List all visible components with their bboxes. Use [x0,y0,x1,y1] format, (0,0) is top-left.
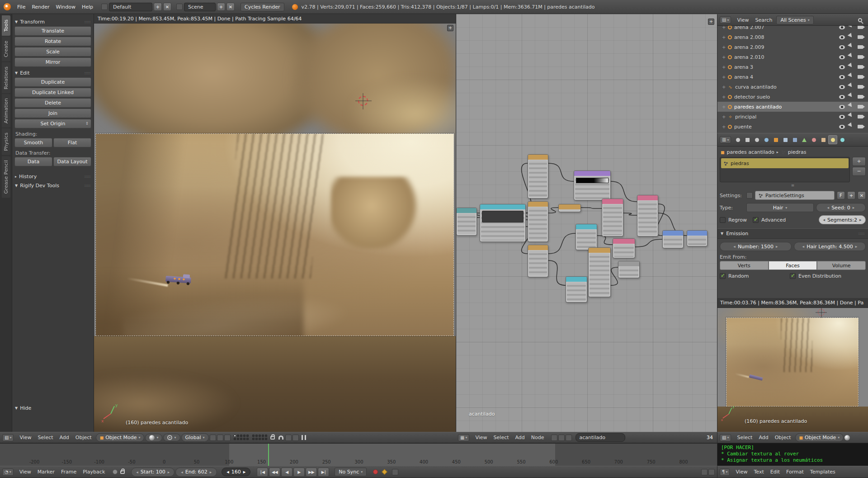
play-reverse-button[interactable]: ◀ [281,468,292,477]
seed-stepper[interactable]: ◂ Seed: 0 ▸ [816,203,866,212]
outliner-item-paredes-acantilado[interactable]: +paredes acantilado [717,102,868,112]
snap-icon[interactable] [566,435,572,441]
viewport-editor-type-button[interactable]: ▧ ▾ [2,434,14,441]
shading-sphere-icon[interactable] [844,435,850,440]
outliner-editor-type-button[interactable]: ▤ ▾ [720,16,731,24]
button-flat[interactable]: Flat [53,138,91,147]
shader-node[interactable] [618,261,640,278]
render-restrict-icon[interactable] [858,75,863,79]
outliner-item-arena-3[interactable]: +arena 3 [717,62,868,72]
stepper-right-icon[interactable]: ▸ [859,218,862,222]
shader-node[interactable] [662,230,684,248]
emit-verts-button[interactable]: Verts [720,261,769,270]
add-scene-button[interactable]: + [217,3,225,11]
shader-node[interactable] [558,204,581,212]
visibility-icon[interactable] [839,115,845,119]
record-icon[interactable] [373,469,378,474]
layer-dot[interactable] [252,438,255,440]
stepper-left-icon[interactable]: ◂ [802,244,805,249]
selectability-icon[interactable] [848,52,855,60]
button-data-layout[interactable]: Data Layout [53,157,91,166]
stepper-left-icon[interactable]: ◂ [733,244,736,249]
menu-select[interactable]: Select [491,434,512,441]
layer-dot[interactable] [240,438,242,440]
button-duplicate[interactable]: Duplicate [14,77,91,87]
menu-file[interactable]: File [14,3,28,11]
button-data[interactable]: Data [14,157,52,166]
add-particle-system-button[interactable]: + [852,157,866,166]
scene-icon[interactable] [176,4,183,10]
visibility-icon[interactable] [839,45,845,49]
expand-icon[interactable]: + [722,26,726,30]
modifiers-tab[interactable] [790,135,799,144]
selectability-icon[interactable] [848,82,855,90]
tab-relations[interactable]: Relations [2,62,10,94]
panel-header-hide[interactable]: ▼ Hide [15,405,91,411]
panel-drag-dots-icon[interactable]: ∷∷ [85,184,91,188]
layer-dot[interactable] [262,438,264,440]
render-animation-icon[interactable] [292,435,299,441]
menu-frame[interactable]: Frame [58,468,80,476]
render-opengl-icon[interactable] [285,435,292,441]
advanced-checkbox[interactable]: ✓ Advanced [753,217,786,223]
button-rotate[interactable]: Rotate [14,37,91,46]
visibility-icon[interactable] [839,26,845,29]
selectability-icon[interactable] [848,92,855,100]
viewport-shading-select[interactable]: ▾ [145,434,162,442]
particle-settings-browse[interactable]: ParticleSettings [755,191,835,200]
node-tree-name-field[interactable]: acantilado [576,433,625,442]
menu-text[interactable]: Text [751,468,767,476]
breadcrumb-item[interactable]: piedras [788,149,807,155]
shader-node[interactable] [602,199,623,237]
number-slider[interactable]: ◂ Number: 1500 ▸ [720,242,792,251]
shader-node[interactable] [637,195,658,237]
stepper-right-icon[interactable]: ▸ [168,470,170,474]
region-expand-icon[interactable]: + [447,25,453,31]
keying-diamond-icon[interactable] [382,469,387,475]
remove-particle-system-button[interactable]: − [852,167,866,176]
expand-icon[interactable]: + [722,75,726,80]
screen-layout-icon[interactable] [101,4,108,10]
start-frame-stepper[interactable]: ◂ Start: 100 ▸ [131,468,175,477]
autokey-record-icon[interactable] [113,469,118,474]
node-editor-type-button[interactable]: ▦ ▾ [458,434,469,441]
material-tab[interactable] [809,135,818,144]
outliner-item-curva-acantilado[interactable]: +∿curva acantilado [717,82,868,92]
tab-tools[interactable]: Tools [2,15,10,36]
render-layers-tab[interactable] [743,135,752,144]
visibility-icon[interactable] [839,55,845,59]
visibility-icon[interactable] [839,75,845,79]
viewport-editor-type-button[interactable]: ▧ ▾ [720,434,731,441]
menu-format[interactable]: Format [783,468,807,476]
stepper-left-icon[interactable]: ◂ [181,470,183,474]
render-restrict-icon[interactable] [858,85,863,89]
visibility-icon[interactable] [839,95,845,99]
visibility-icon[interactable] [839,35,845,39]
stepper-right-icon[interactable]: ▸ [210,470,212,474]
unlink-settings-button[interactable]: ✕ [858,191,866,199]
stepper-right-icon[interactable]: ▸ [855,244,858,249]
shader-node[interactable] [528,201,548,242]
delete-layout-button[interactable]: ✕ [163,3,171,11]
search-icon[interactable] [858,18,862,22]
menu-add[interactable]: Add [512,434,528,441]
layer-dot[interactable] [243,438,245,440]
outliner-item-arena-2-007[interactable]: +arena 2.007 [717,26,868,32]
menu-add[interactable]: Add [755,434,771,441]
render-engine-select[interactable]: Cycles Render [241,3,284,11]
layer-dot[interactable] [243,435,245,437]
outliner-item-arena-2-010[interactable]: +arena 2.010 [717,52,868,62]
layer-dot[interactable] [259,435,261,437]
next-keyframe-button[interactable]: ▶▶ [306,468,317,477]
physics-tab[interactable] [838,135,847,144]
menu-node[interactable]: Node [528,434,547,441]
pivot-select[interactable]: ▾ [163,434,180,441]
set-origin-button[interactable]: Set Origin ⇕ [14,119,91,128]
lock-icon[interactable] [120,470,125,474]
layer-dot[interactable] [237,438,239,440]
menu-add[interactable]: Add [57,434,72,441]
stepper-left-icon[interactable]: ◂ [823,218,826,222]
menu-select[interactable]: Select [734,434,755,441]
constraints-tab[interactable] [781,135,790,144]
button-duplicate-linked[interactable]: Duplicate Linked [14,88,91,97]
